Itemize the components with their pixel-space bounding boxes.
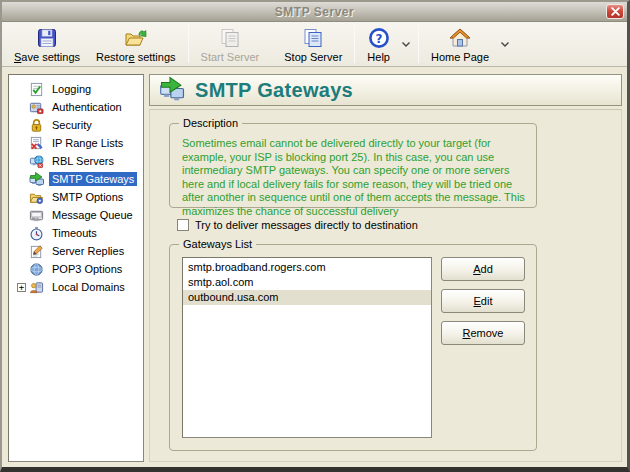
toolbar-separator: [354, 25, 355, 63]
home-page-button[interactable]: Home Page: [423, 23, 497, 65]
main-area: Logging Authentication: [2, 67, 627, 467]
sidebar-item-label: Logging: [49, 82, 94, 96]
authentication-icon: [28, 99, 45, 115]
window-title: SMTP Server: [275, 5, 354, 19]
sidebar-item-timeouts[interactable]: Timeouts: [9, 224, 143, 242]
save-icon: [36, 26, 58, 49]
sidebar-item-security[interactable]: Security: [9, 116, 143, 134]
save-settings-label: Save settings: [14, 51, 80, 63]
sidebar-item-label: Authentication: [49, 100, 125, 114]
sidebar-item-pop3-options[interactable]: POP3 Options: [9, 260, 143, 278]
gateway-list-item[interactable]: smtp.aol.com: [183, 275, 431, 290]
sidebar-item-label: Timeouts: [49, 226, 100, 240]
edit-button[interactable]: Edit: [441, 289, 525, 313]
stop-server-button[interactable]: Stop Server: [276, 23, 350, 65]
gateways-group-label: Gateways List: [179, 238, 256, 250]
settings-panel: SMTP Gateways Description Sometimes emai…: [149, 74, 622, 462]
panel-content: Description Sometimes email cannot be de…: [149, 109, 622, 462]
rbl-servers-icon: [28, 153, 45, 169]
add-button[interactable]: Add: [441, 257, 525, 281]
timeouts-clock-icon: [28, 225, 45, 241]
server-replies-icon: [28, 243, 45, 259]
restore-settings-label: Restore settings: [96, 51, 176, 63]
sidebar-item-label: Message Queue: [49, 208, 136, 222]
page-title: SMTP Gateways: [195, 79, 353, 102]
sidebar-item-authentication[interactable]: Authentication: [9, 98, 143, 116]
ip-range-lists-icon: [28, 135, 45, 151]
sidebar-item-label: SMTP Gateways: [49, 172, 137, 186]
save-settings-button[interactable]: Save settings: [6, 23, 88, 65]
toolbar: Save settings Restore settings: [2, 22, 627, 67]
home-icon: [448, 26, 472, 49]
close-icon: [611, 7, 620, 16]
help-label: Help: [367, 51, 390, 63]
checkbox-unchecked-icon[interactable]: [177, 219, 189, 231]
stop-server-label: Stop Server: [284, 51, 342, 63]
chevron-down-icon: [402, 42, 410, 47]
help-icon: ?: [368, 26, 390, 49]
restore-folder-icon: [124, 26, 148, 49]
sidebar-item-label: IP Range Lists: [49, 136, 126, 150]
gateways-listbox[interactable]: smtp.broadband.rogers.com smtp.aol.com o…: [182, 257, 432, 438]
expand-icon[interactable]: +: [17, 283, 26, 292]
smtp-gateways-icon: [28, 171, 45, 187]
gateway-list-item-selected[interactable]: outbound.usa.com: [183, 290, 431, 305]
sidebar-item-server-replies[interactable]: Server Replies: [9, 242, 143, 260]
server-pages-icon: [219, 26, 241, 49]
sidebar-item-message-queue[interactable]: Message Queue: [9, 206, 143, 224]
sidebar-item-label: RBL Servers: [49, 154, 117, 168]
sidebar-item-label: SMTP Options: [49, 190, 126, 204]
logging-icon: [28, 81, 45, 97]
sidebar-item-rbl-servers[interactable]: RBL Servers: [9, 152, 143, 170]
sidebar-item-label: Local Domains: [49, 280, 128, 294]
panel-header: SMTP Gateways: [149, 74, 622, 106]
deliver-directly-checkbox-label[interactable]: Try to deliver messages directly to dest…: [195, 219, 418, 231]
restore-settings-button[interactable]: Restore settings: [88, 23, 184, 65]
description-text: Sometimes email cannot be delivered dire…: [182, 137, 525, 218]
server-pages-icon: [302, 26, 324, 49]
remove-button[interactable]: Remove: [441, 321, 525, 345]
smtp-gateways-icon: [159, 75, 186, 106]
gateway-buttons-column: Add Edit Remove: [441, 257, 525, 438]
pop3-options-icon: [28, 261, 45, 277]
gateways-list-groupbox: Gateways List smtp.broadband.rogers.com …: [169, 244, 537, 451]
toolbar-separator: [188, 25, 189, 63]
svg-text:?: ?: [375, 32, 382, 46]
titlebar[interactable]: SMTP Server: [2, 2, 627, 22]
home-page-label: Home Page: [431, 51, 489, 63]
description-groupbox: Description Sometimes email cannot be de…: [169, 123, 537, 208]
deliver-directly-checkbox-row[interactable]: Try to deliver messages directly to dest…: [177, 219, 621, 231]
help-button[interactable]: ? Help: [359, 23, 398, 65]
sidebar-item-smtp-options[interactable]: SMTP Options: [9, 188, 143, 206]
help-dropdown-button[interactable]: [398, 23, 414, 65]
sidebar-item-label: Server Replies: [49, 244, 127, 258]
description-group-label: Description: [179, 117, 242, 129]
sidebar-item-label: Security: [49, 118, 95, 132]
start-server-label: Start Server: [201, 51, 260, 63]
sidebar-item-ip-range-lists[interactable]: IP Range Lists: [9, 134, 143, 152]
start-server-button[interactable]: Start Server: [193, 23, 268, 65]
sidebar-item-local-domains[interactable]: + Local Domains: [9, 278, 143, 296]
gateway-list-item[interactable]: smtp.broadband.rogers.com: [183, 260, 431, 275]
sidebar-item-smtp-gateways[interactable]: SMTP Gateways: [9, 170, 143, 188]
sidebar-item-label: POP3 Options: [49, 262, 125, 276]
smtp-server-window: SMTP Server Save settings: [0, 0, 630, 472]
message-queue-icon: [28, 207, 45, 223]
home-page-dropdown-button[interactable]: [497, 23, 513, 65]
smtp-options-icon: [28, 189, 45, 205]
local-domains-icon: [28, 279, 45, 295]
chevron-down-icon: [501, 42, 509, 47]
security-lock-icon: [28, 117, 45, 133]
toolbar-separator: [418, 25, 419, 63]
close-button[interactable]: [606, 4, 624, 19]
sidebar-item-logging[interactable]: Logging: [9, 80, 143, 98]
settings-tree[interactable]: Logging Authentication: [8, 74, 144, 462]
